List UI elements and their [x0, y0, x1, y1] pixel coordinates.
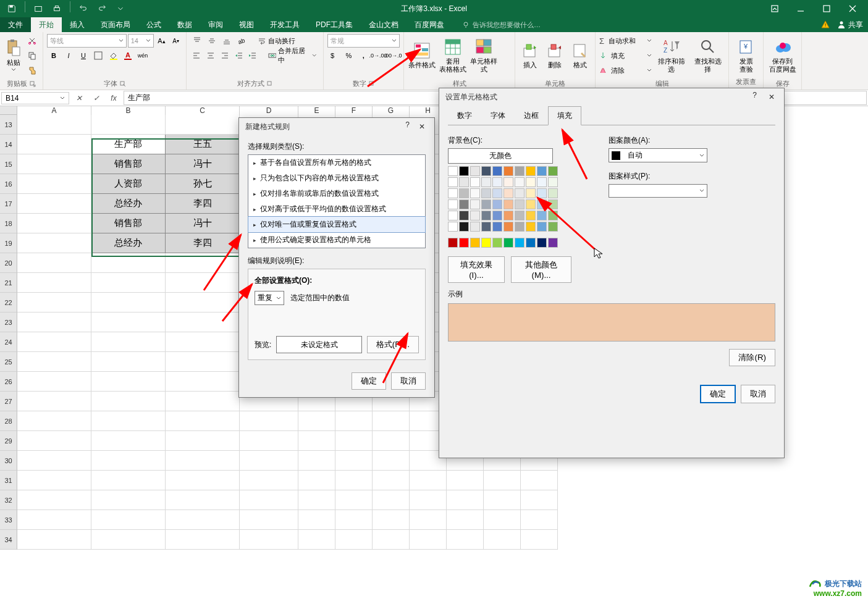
cell-B31[interactable]	[91, 471, 166, 490]
align-bottom-icon[interactable]	[220, 34, 234, 48]
color-swatch[interactable]	[448, 177, 458, 187]
color-swatch[interactable]	[537, 222, 547, 232]
rule-item-1[interactable]: 只为包含以下内容的单元格设置格式	[248, 170, 425, 186]
color-swatch[interactable]	[504, 222, 513, 232]
row-header-31[interactable]: 31	[0, 471, 17, 490]
cell-styles-button[interactable]: 单元格样式	[470, 34, 498, 77]
cell-J33[interactable]	[484, 510, 521, 530]
cell-B22[interactable]	[91, 293, 166, 312]
color-swatch[interactable]	[526, 222, 536, 232]
color-swatch[interactable]	[537, 211, 547, 220]
row-header-34[interactable]: 34	[0, 530, 17, 550]
underline-button[interactable]: U	[77, 49, 90, 62]
save-icon[interactable]	[4, 1, 20, 16]
clear-button[interactable]: 清除	[599, 64, 652, 77]
cell-A33[interactable]	[17, 510, 91, 530]
fc-tab-border[interactable]: 边框	[515, 106, 548, 125]
border-button[interactable]	[91, 49, 105, 62]
fc-tab-number[interactable]: 数字	[448, 106, 481, 125]
cell-K33[interactable]	[521, 510, 558, 530]
color-swatch[interactable]	[537, 238, 547, 248]
tab-dev[interactable]: 开发工具	[262, 17, 308, 32]
color-swatch[interactable]	[515, 222, 525, 232]
qat-dropdown-icon[interactable]	[112, 1, 129, 16]
cell-B16[interactable]: 人资部	[91, 174, 166, 194]
cell-A30[interactable]	[17, 451, 91, 471]
cell-C27[interactable]	[166, 392, 240, 411]
cell-A23[interactable]	[17, 312, 91, 332]
enter-formula-icon[interactable]: ✓	[88, 94, 105, 103]
cell-B15[interactable]: 销售部	[91, 154, 166, 174]
conditional-format-button[interactable]: 条件格式	[408, 34, 436, 77]
cell-B33[interactable]	[91, 510, 166, 530]
cell-C17[interactable]: 李四	[166, 194, 240, 214]
color-swatch[interactable]	[548, 177, 558, 187]
cell-C19[interactable]: 李四	[166, 233, 240, 253]
cell-B27[interactable]	[91, 392, 166, 411]
cell-A34[interactable]	[17, 530, 91, 550]
cell-H32[interactable]	[410, 490, 447, 510]
font-size-combo[interactable]: 14	[128, 34, 154, 48]
cell-A29[interactable]	[17, 431, 91, 451]
tab-home[interactable]: 开始	[31, 17, 62, 32]
color-swatch[interactable]	[459, 177, 469, 187]
insert-cells-button[interactable]: 插入	[519, 34, 541, 77]
format-dialog-help-icon[interactable]: ?	[752, 91, 757, 103]
tint-palette[interactable]	[448, 177, 571, 232]
color-swatch[interactable]	[481, 166, 491, 176]
color-swatch[interactable]	[504, 238, 513, 248]
color-swatch[interactable]	[459, 166, 469, 176]
cell-D31[interactable]	[240, 471, 298, 490]
cell-F31[interactable]	[335, 471, 373, 490]
cell-B26[interactable]	[91, 372, 166, 392]
cell-H31[interactable]	[410, 471, 447, 490]
cell-B24[interactable]	[91, 332, 166, 352]
pattern-color-select[interactable]: 自动	[609, 148, 707, 162]
cell-B20[interactable]	[91, 253, 166, 273]
no-color-button[interactable]: 无颜色	[448, 148, 553, 164]
cell-C31[interactable]	[166, 471, 240, 490]
color-swatch[interactable]	[526, 211, 536, 220]
bold-button[interactable]: B	[47, 49, 61, 62]
cell-G28[interactable]	[373, 411, 410, 431]
currency-icon[interactable]: ⁠$⁠	[327, 49, 341, 62]
row-header-14[interactable]: 14	[0, 135, 17, 154]
rule-item-2[interactable]: 仅对排名靠前或靠后的数值设置格式	[248, 186, 425, 201]
color-swatch[interactable]	[459, 188, 469, 198]
color-swatch[interactable]	[526, 166, 536, 176]
cell-G33[interactable]	[373, 510, 410, 530]
cell-A21[interactable]	[17, 273, 91, 293]
align-center-icon[interactable]	[204, 49, 217, 62]
rule-item-5[interactable]: 使用公式确定要设置格式的单元格	[248, 232, 425, 248]
col-header-E[interactable]: E	[298, 106, 335, 115]
cell-J32[interactable]	[484, 490, 521, 510]
color-swatch[interactable]	[548, 188, 558, 198]
color-swatch[interactable]	[504, 211, 513, 220]
dup-unique-select[interactable]: 重复	[255, 291, 284, 305]
cell-B25[interactable]	[91, 352, 166, 372]
increase-decimal-icon[interactable]: .0→.00	[371, 49, 385, 62]
color-swatch[interactable]	[470, 166, 480, 176]
row-header-33[interactable]: 33	[0, 510, 17, 530]
color-swatch[interactable]	[492, 211, 502, 220]
cell-B32[interactable]	[91, 490, 166, 510]
cell-C28[interactable]	[166, 411, 240, 431]
color-swatch[interactable]	[537, 177, 547, 187]
cell-A16[interactable]	[17, 174, 91, 194]
row-header-28[interactable]: 28	[0, 411, 17, 431]
color-swatch[interactable]	[448, 199, 458, 209]
cell-F34[interactable]	[335, 530, 373, 550]
fill-color-button[interactable]	[106, 49, 120, 62]
tell-me-input[interactable]: 告诉我您想要做什么…	[462, 17, 541, 32]
col-header-B[interactable]: B	[91, 106, 166, 115]
color-swatch[interactable]	[548, 199, 558, 209]
color-swatch[interactable]	[459, 199, 469, 209]
color-swatch[interactable]	[537, 188, 547, 198]
row-header-17[interactable]: 17	[0, 194, 17, 214]
cell-C26[interactable]	[166, 372, 240, 392]
font-color-button[interactable]: A	[121, 49, 135, 62]
theme-color-palette[interactable]	[448, 166, 571, 176]
color-swatch[interactable]	[515, 199, 525, 209]
cell-E30[interactable]	[298, 451, 335, 471]
rule-item-4[interactable]: 仅对唯一值或重复值设置格式	[248, 216, 426, 233]
